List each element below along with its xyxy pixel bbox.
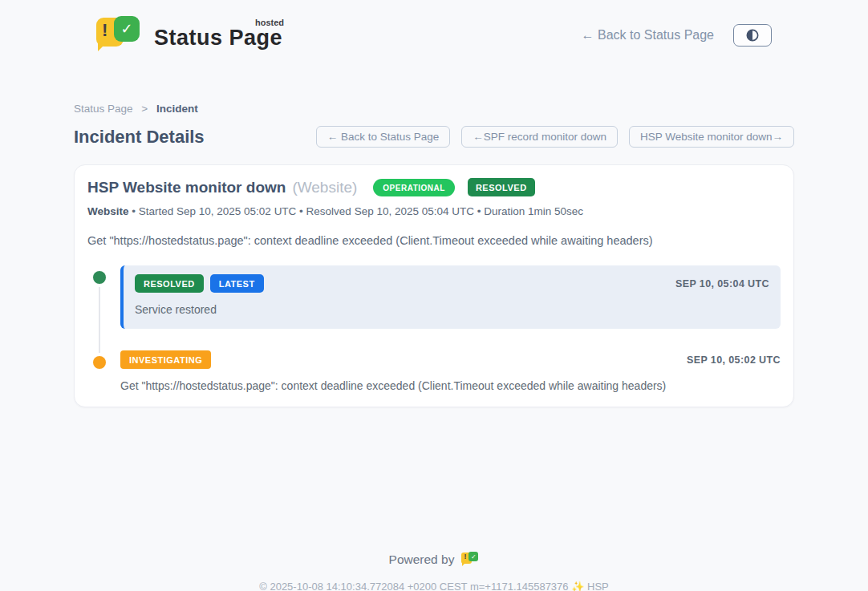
- hsp-mini-logo-icon[interactable]: ! ✓: [461, 552, 479, 567]
- incident-title-row: HSP Website monitor down (Website) OPERA…: [87, 178, 781, 196]
- incident-meta-details: • Started Sep 10, 2025 05:02 UTC • Resol…: [129, 205, 584, 217]
- timeline-entry-header: INVESTIGATING SEP 10, 05:02 UTC: [120, 350, 781, 369]
- exclamation-icon: !: [102, 22, 107, 39]
- title-row: Incident Details ← Back to Status Page ←…: [74, 126, 794, 148]
- logo-hosted-superscript: hosted: [255, 18, 284, 27]
- page-header: ! ✓ Status Page hosted ← Back to Status …: [74, 0, 794, 61]
- investigating-badge: INVESTIGATING: [120, 350, 211, 369]
- check-icon: ✓: [114, 16, 140, 42]
- timeline-entry-latest: RESOLVED LATEST SEP 10, 05:04 UTC Servic…: [120, 265, 781, 329]
- page-footer: Powered by ! ✓ © 2025-10-08 14:10:34.772…: [0, 552, 868, 591]
- main-content: Status Page > Incident Incident Details …: [74, 103, 794, 407]
- incident-timeline: RESOLVED LATEST SEP 10, 05:04 UTC Servic…: [87, 265, 781, 392]
- timeline-entry-investigating: INVESTIGATING SEP 10, 05:02 UTC Get "htt…: [120, 350, 781, 392]
- theme-toggle-button[interactable]: [733, 24, 772, 47]
- resolved-state-badge: RESOLVED: [468, 178, 535, 196]
- timeline-entry-badges: INVESTIGATING: [120, 350, 211, 369]
- timeline-entry-message: Get "https://hostedstatus.page": context…: [120, 379, 781, 392]
- logo-wordmark: Status Page hosted: [154, 16, 282, 51]
- back-to-status-page-button[interactable]: ← Back to Status Page: [316, 126, 451, 148]
- header-actions: ← Back to Status Page: [582, 24, 772, 47]
- timeline-entry-message: Service restored: [135, 303, 769, 316]
- incident-card: HSP Website monitor down (Website) OPERA…: [74, 164, 794, 407]
- powered-by: Powered by ! ✓: [389, 552, 480, 567]
- incident-title: HSP Website monitor down: [87, 179, 286, 196]
- mini-exclamation-icon: !: [464, 553, 466, 561]
- header-back-to-status-page-link[interactable]: ← Back to Status Page: [582, 28, 714, 43]
- breadcrumb: Status Page > Incident: [74, 103, 794, 115]
- copyright-line: © 2025-10-08 14:10:34.772084 +0200 CEST …: [0, 581, 868, 591]
- half-circle-contrast-icon: [744, 27, 761, 43]
- timeline-dot-green: [93, 271, 106, 284]
- timeline-entry-badges: RESOLVED LATEST: [135, 274, 264, 293]
- timeline-item-resolved: RESOLVED LATEST SEP 10, 05:04 UTC Servic…: [93, 265, 781, 329]
- breadcrumb-status-page-link[interactable]: Status Page: [74, 103, 133, 115]
- breadcrumb-separator: >: [141, 103, 148, 115]
- incident-meta: Website • Started Sep 10, 2025 05:02 UTC…: [87, 205, 781, 217]
- status-page-logo[interactable]: ! ✓ Status Page hosted: [95, 16, 282, 55]
- timeline-entry-header: RESOLVED LATEST SEP 10, 05:04 UTC: [135, 274, 769, 293]
- next-incident-button[interactable]: HSP Website monitor down→: [629, 126, 794, 148]
- incident-component: (Website): [292, 179, 357, 196]
- operational-status-badge: OPERATIONAL: [373, 179, 455, 196]
- logo-brand-text: Status Page: [154, 26, 282, 50]
- status-page-logo-icon: ! ✓: [95, 16, 144, 55]
- mini-check-icon: ✓: [468, 552, 478, 561]
- incident-meta-component: Website: [87, 205, 129, 217]
- breadcrumb-current-incident: Incident: [156, 103, 198, 115]
- page-title: Incident Details: [74, 127, 205, 148]
- resolved-badge: RESOLVED: [135, 274, 204, 293]
- timeline-dot-orange: [93, 356, 106, 369]
- timeline-item-investigating: INVESTIGATING SEP 10, 05:02 UTC Get "htt…: [93, 350, 781, 392]
- previous-incident-button[interactable]: ←SPF record monitor down: [461, 126, 618, 148]
- timeline-entry-timestamp: SEP 10, 05:02 UTC: [687, 354, 781, 366]
- incident-nav-buttons: ← Back to Status Page ←SPF record monito…: [316, 126, 794, 148]
- incident-description: Get "https://hostedstatus.page": context…: [87, 234, 781, 247]
- timeline-entry-timestamp: SEP 10, 05:04 UTC: [675, 278, 769, 289]
- latest-badge: LATEST: [210, 274, 264, 293]
- powered-by-label: Powered by: [389, 553, 455, 567]
